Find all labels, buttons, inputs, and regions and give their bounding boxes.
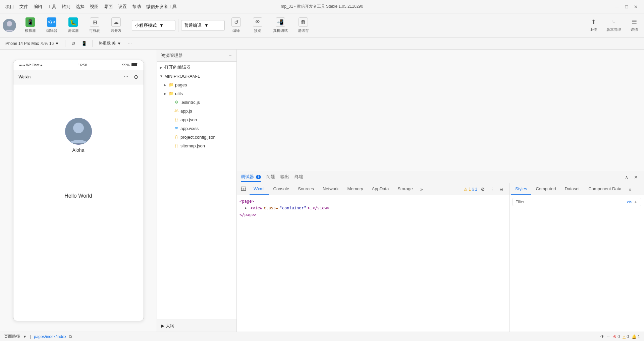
- clear-button[interactable]: 🗑 清缓存: [293, 15, 313, 35]
- menu-item-goto[interactable]: 转到: [62, 4, 70, 10]
- tab-storage[interactable]: Storage: [393, 184, 417, 195]
- cloud-button[interactable]: ☁ 云开发: [106, 15, 126, 35]
- warning-badge: ⚠ 1: [464, 187, 471, 192]
- devtools-more-icon[interactable]: ⋮: [488, 185, 496, 193]
- refresh-button[interactable]: ↺: [69, 40, 77, 48]
- preview-button[interactable]: 👁 预览: [248, 15, 268, 35]
- user-avatar[interactable]: [3, 19, 16, 32]
- editor-panel: 调试器 1 问题 输出 终端 ∧ ✕: [237, 50, 644, 332]
- debugger-icon: 🐛: [68, 17, 78, 27]
- tab-memory[interactable]: Memory: [343, 184, 367, 195]
- devtools-collapse-button[interactable]: ∧: [623, 173, 631, 181]
- xml-tag-view-close: >…</view>: [308, 205, 329, 211]
- tab-appdata[interactable]: AppData: [368, 184, 393, 195]
- devtools-panel-icon[interactable]: ⊟: [497, 185, 505, 193]
- visual-button[interactable]: ⊞ 可视化: [85, 15, 105, 35]
- add-style-button[interactable]: +: [633, 199, 638, 205]
- detail-button[interactable]: ☰ 详情: [627, 17, 641, 33]
- status-view-icon[interactable]: 👁: [600, 334, 604, 339]
- top-tab-terminal[interactable]: 终端: [294, 173, 303, 182]
- top-tab-issues[interactable]: 问题: [266, 173, 275, 182]
- minimize-button[interactable]: ─: [614, 4, 620, 9]
- devtools-window-controls: ∧ ✕: [623, 173, 640, 181]
- more-button[interactable]: ···: [126, 40, 134, 48]
- right-tab-styles[interactable]: Styles: [511, 184, 531, 195]
- right-tab-component-data[interactable]: Component Data: [584, 184, 625, 195]
- real-debug-label: 真机调试: [273, 28, 288, 33]
- simulator-button[interactable]: 📱 模拟器: [20, 15, 40, 35]
- nav-circle-icon[interactable]: ⊙: [134, 74, 138, 80]
- menu-item-tools[interactable]: 工具: [48, 4, 56, 10]
- xml-tag-page-open: <page>: [239, 198, 254, 205]
- debugger-button[interactable]: 🐛 调试器: [63, 15, 83, 35]
- tab-wxml-icon[interactable]: [238, 184, 249, 195]
- title-bar-controls: ─ □ ✕: [614, 4, 639, 9]
- version-label: 版本管理: [606, 27, 621, 32]
- nav-dots-icon[interactable]: ···: [124, 74, 128, 80]
- xml-view-arrow[interactable]: ▶: [245, 205, 249, 211]
- styles-filter-input[interactable]: [516, 200, 625, 204]
- device-selector[interactable]: iPhone 14 Pro Max 75% 16 ▼: [3, 41, 61, 47]
- tree-section-opened-editors[interactable]: ▶ 打开的编辑器: [157, 63, 236, 72]
- tree-file-appwxss[interactable]: ▶ ≋ app.wxss: [157, 124, 236, 133]
- close-button[interactable]: ✕: [633, 4, 639, 9]
- version-button[interactable]: ⑂ 版本管理: [603, 17, 625, 33]
- devtools-close-button[interactable]: ✕: [632, 173, 640, 181]
- compile-button[interactable]: ↺ 编译: [226, 15, 246, 35]
- compile-dropdown[interactable]: 普通编译 ▼: [181, 20, 225, 31]
- tree-file-projectconfig[interactable]: ▶ {} project.config.json: [157, 133, 236, 141]
- real-debug-button[interactable]: 📲 真机调试: [269, 15, 292, 35]
- right-more-tabs-button[interactable]: »: [627, 187, 633, 192]
- menu-item-view[interactable]: 视图: [90, 4, 99, 10]
- utils-folder-label: utils: [175, 91, 183, 96]
- outline-arrow: ▶: [161, 323, 164, 328]
- tree-section-miniprogram[interactable]: ▼ MINIPROGRAM-1: [157, 72, 236, 80]
- menu-item-wechat[interactable]: 微信开发者工具: [146, 4, 177, 10]
- tree-folder-pages[interactable]: ▶ 📁 pages: [157, 80, 236, 89]
- status-copy-icon[interactable]: ⧉: [69, 334, 72, 339]
- menu-item-settings[interactable]: 设置: [118, 4, 127, 10]
- menu-item-interface[interactable]: 界面: [104, 4, 113, 10]
- tab-console[interactable]: Console: [269, 184, 293, 195]
- phone-view-button[interactable]: 📱: [80, 40, 88, 48]
- devtools-settings-icon[interactable]: ⚙: [479, 185, 487, 193]
- title-bar-title: mp_01 - 微信开发者工具 Stable 1.05.2110290: [281, 4, 363, 9]
- simulator-label: 模拟器: [25, 28, 36, 33]
- menu-item-project[interactable]: 项目: [5, 4, 14, 10]
- devtools-panel: 调试器 1 问题 输出 终端 ∧ ✕: [237, 171, 644, 332]
- right-tab-computed[interactable]: Computed: [532, 184, 560, 195]
- tree-file-sitemap[interactable]: ▶ {} sitemap.json: [157, 141, 236, 150]
- device-dropdown-arrow: ▼: [55, 41, 59, 46]
- outline-section[interactable]: ▶ 大纲: [157, 320, 236, 332]
- menu-item-select[interactable]: 选择: [76, 4, 85, 10]
- top-tab-output-label: 输出: [280, 174, 289, 179]
- phone-content: Aloha Hello World: [13, 84, 144, 206]
- more-tabs-button[interactable]: »: [418, 187, 425, 192]
- cls-button[interactable]: .cls: [626, 200, 632, 204]
- tab-sources[interactable]: Sources: [294, 184, 318, 195]
- menu-item-help[interactable]: 帮助: [132, 4, 141, 10]
- tree-file-eslintrc[interactable]: ▶ ⚙ .eslintrc.js: [157, 98, 236, 107]
- tab-wxml[interactable]: Wxml: [250, 184, 269, 195]
- editor-button[interactable]: </> 编辑器: [42, 15, 62, 35]
- tree-file-appjs[interactable]: ▶ JS app.js: [157, 107, 236, 115]
- mode-dropdown[interactable]: 小程序模式 ▼: [132, 20, 175, 31]
- top-tab-output[interactable]: 输出: [280, 173, 289, 182]
- tree-folder-utils[interactable]: ▶ 📁 utils: [157, 89, 236, 98]
- avatar-name: Aloha: [72, 147, 85, 153]
- menu-item-file[interactable]: 文件: [19, 4, 28, 10]
- status-bell-icon[interactable]: 🔔 1: [632, 334, 640, 339]
- upload-button[interactable]: ⬆ 上传: [586, 17, 600, 33]
- editor-area: [237, 50, 644, 171]
- status-page-path[interactable]: pages/index/index: [34, 334, 66, 339]
- tree-file-appjson[interactable]: ▶ {} app.json: [157, 115, 236, 124]
- maximize-button[interactable]: □: [624, 4, 629, 9]
- xml-line-view: ▶ <view class= "container" >…</view>: [239, 205, 507, 211]
- status-more-icon[interactable]: ···: [607, 334, 610, 339]
- menu-item-edit[interactable]: 编辑: [34, 4, 42, 10]
- right-tab-dataset[interactable]: Dataset: [560, 184, 584, 195]
- hot-reload-selector[interactable]: 热重载 关 ▼: [97, 40, 123, 47]
- top-tab-debugger[interactable]: 调试器 1: [241, 173, 261, 182]
- tab-network[interactable]: Network: [319, 184, 343, 195]
- file-tree-more-icon[interactable]: ···: [229, 53, 232, 58]
